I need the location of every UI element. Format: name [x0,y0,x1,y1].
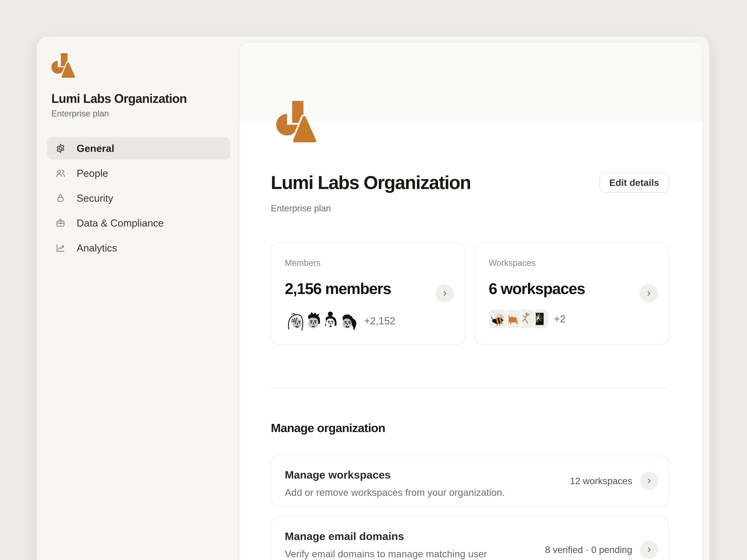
gear-icon [55,143,66,154]
manage-workspaces-open-button[interactable] [640,472,658,490]
members-overflow-count: +2,152 [364,315,395,327]
main-panel: Lumi Labs Organization Edit details Ente… [239,42,703,560]
workspaces-open-button[interactable] [640,284,658,302]
settings-window: Lumi Labs Organization Enterprise plan G… [36,36,710,560]
section-divider [271,388,669,388]
sidebar-item-general[interactable]: General [47,137,230,159]
manage-section-heading: Manage organization [271,421,669,435]
manage-email-domains-row[interactable]: Manage email domains Verify email domain… [271,517,669,560]
row-meta: 12 workspaces [570,476,632,486]
edit-details-button[interactable]: Edit details [599,172,669,193]
people-icon [55,168,66,179]
members-label: Members [285,258,465,268]
sidebar-item-people[interactable]: People [47,162,230,184]
org-plan-label: Enterprise plan [51,108,230,118]
org-name: Lumi Labs Organization [51,91,230,106]
chevron-right-icon [646,546,653,553]
row-meta: 8 verified · 0 pending [545,544,632,555]
chevron-right-icon [441,290,448,297]
members-footer: +2,152 [285,310,465,332]
bee-emoji [489,310,507,328]
workspaces-footer: +2 [489,310,668,328]
workspace-emoji-tiles [489,310,543,328]
sidebar-item-label: Data & Compliance [77,217,164,229]
plan-subtitle: Enterprise plan [271,203,669,213]
page-title: Lumi Labs Organization [271,172,470,193]
member-avatars [285,310,353,332]
manage-workspaces-row[interactable]: Manage workspaces Add or remove workspac… [271,456,669,506]
chevron-right-icon [645,290,652,297]
sidebar-item-security[interactable]: Security [47,187,230,209]
manage-email-domains-open-button[interactable] [640,540,658,559]
avatar-light-hair [285,310,307,332]
sidebar-item-label: General [77,142,114,154]
sidebar-header: Lumi Labs Organization Enterprise plan [47,52,230,118]
sidebar-item-analytics[interactable]: Analytics [47,237,230,259]
org-logo-large [276,99,325,142]
briefcase-icon [55,217,66,229]
members-card[interactable]: Members 2,156 members [271,242,465,345]
panel-content: Lumi Labs Organization Edit details Ente… [239,99,702,560]
row-trailing: 12 workspaces [570,472,658,490]
sidebar-item-label: Analytics [77,242,117,254]
page-header: Lumi Labs Organization Edit details [271,172,669,193]
workspaces-card[interactable]: Workspaces 6 workspaces [475,242,669,345]
members-open-button[interactable] [436,284,454,302]
workspaces-overflow-count: +2 [554,313,566,325]
lock-icon [55,192,66,204]
workspaces-label: Workspaces [489,258,668,268]
chevron-right-icon [646,477,653,484]
sidebar: Lumi Labs Organization Enterprise plan G… [37,37,239,262]
stat-cards: Members 2,156 members [271,242,669,345]
org-logo [51,52,80,78]
sidebar-item-label: People [77,167,108,179]
sidebar-nav: General People Security Data & Complianc… [47,137,230,259]
sidebar-item-data-compliance[interactable]: Data & Compliance [47,212,230,234]
chart-icon [55,242,66,254]
sidebar-item-label: Security [77,192,113,204]
row-trailing: 8 verified · 0 pending [545,540,658,559]
